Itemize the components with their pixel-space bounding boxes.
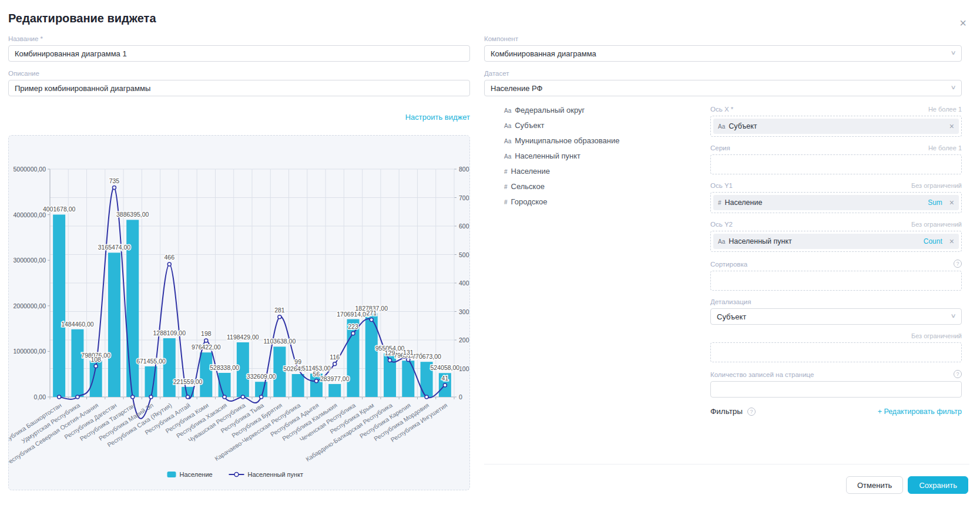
detail-label: Детализация xyxy=(710,298,751,305)
page-size-label: Количество записей на странице xyxy=(710,371,814,378)
svg-text:770673,00: 770673,00 xyxy=(412,353,441,360)
svg-text:4000000,00: 4000000,00 xyxy=(14,211,46,218)
field-type-icon: Aa xyxy=(718,123,725,130)
right-column: Компонент Комбинированная диаграмма ∨ Да… xyxy=(484,35,962,416)
svg-text:281: 281 xyxy=(274,307,285,314)
svg-text:0,00: 0,00 xyxy=(34,393,46,400)
aggregation-selector[interactable]: Sum xyxy=(928,198,942,207)
field-type-icon: # xyxy=(504,199,508,206)
detail-select[interactable]: Субъект ∨ xyxy=(710,308,962,325)
axis-y1-label: Ось Y1 xyxy=(710,182,733,189)
svg-text:1198429,00: 1198429,00 xyxy=(227,334,259,341)
configure-widget-link[interactable]: Настроить виджет xyxy=(405,113,470,122)
help-icon: ? xyxy=(954,260,962,268)
svg-text:300: 300 xyxy=(459,308,469,315)
svg-text:3886395,00: 3886395,00 xyxy=(116,211,149,218)
svg-text:528338,00: 528338,00 xyxy=(210,364,239,371)
svg-text:131: 131 xyxy=(403,349,414,356)
help-icon: ? xyxy=(954,370,962,378)
svg-text:600: 600 xyxy=(459,223,469,230)
svg-text:4001678,00: 4001678,00 xyxy=(43,206,76,213)
close-icon[interactable]: × xyxy=(955,15,971,31)
svg-text:129: 129 xyxy=(385,349,395,356)
chart-preview-panel: 0,001000000,002000000,003000000,00400000… xyxy=(8,135,470,490)
description-label: Описание xyxy=(8,70,470,77)
component-label: Компонент xyxy=(484,35,962,42)
svg-text:200: 200 xyxy=(459,336,469,344)
svg-text:99: 99 xyxy=(294,358,301,365)
footer-divider xyxy=(484,464,969,464)
dataset-label: Датасет xyxy=(484,70,962,77)
field-type-icon: Aa xyxy=(504,123,511,129)
svg-text:976422,00: 976422,00 xyxy=(192,344,221,351)
svg-text:0: 0 xyxy=(459,393,462,400)
edit-filter-link[interactable]: + Редактировать фильтр xyxy=(878,408,962,416)
sorting-label: Сортировка xyxy=(710,261,747,268)
sorting-dropzone[interactable] xyxy=(710,271,962,291)
widget-config-column: Ось X * Не более 1 Aa Субъект × Серия Не… xyxy=(710,106,962,416)
field-type-icon: Aa xyxy=(504,153,511,160)
svg-text:Населенный пункт: Населенный пункт xyxy=(248,471,304,478)
axis-y1-dropzone[interactable]: # Население Sum × xyxy=(710,192,962,213)
dataset-value: Население РФ xyxy=(491,84,542,93)
svg-text:2000000,00: 2000000,00 xyxy=(14,302,46,309)
dataset-field-item[interactable]: #Сельское xyxy=(504,182,669,191)
remove-icon[interactable]: × xyxy=(949,198,954,207)
dataset-field-item[interactable]: #Городское xyxy=(504,197,669,206)
save-button[interactable]: Сохранить xyxy=(908,476,968,494)
axis-y2-dropzone[interactable]: Aa Населенный пункт Count × xyxy=(710,231,962,252)
name-label: Название * xyxy=(8,35,470,42)
svg-text:500: 500 xyxy=(459,251,469,258)
name-input[interactable] xyxy=(8,45,470,62)
chevron-down-icon: ∨ xyxy=(950,49,956,56)
series-dropzone[interactable] xyxy=(710,154,962,174)
combo-chart: 0,001000000,002000000,003000000,00400000… xyxy=(9,136,469,490)
detail-extra-limit: Без ограничений xyxy=(911,332,962,339)
chevron-down-icon: ∨ xyxy=(950,84,956,90)
svg-text:108: 108 xyxy=(90,356,101,363)
axis-x-chip: Aa Субъект × xyxy=(713,119,959,134)
svg-text:3165474,00: 3165474,00 xyxy=(98,244,131,251)
dataset-field-item[interactable]: AaНаселенный пункт xyxy=(504,152,669,160)
axis-y2-label: Ось Y2 xyxy=(710,221,733,228)
svg-text:100: 100 xyxy=(459,365,469,372)
axis-y1-chip: # Население Sum × xyxy=(713,195,959,210)
svg-text:3000000,00: 3000000,00 xyxy=(14,257,46,264)
axis-x-dropzone[interactable]: Aa Субъект × xyxy=(710,116,962,137)
svg-text:5000000,00: 5000000,00 xyxy=(14,166,46,173)
dataset-select[interactable]: Население РФ ∨ xyxy=(484,80,962,96)
svg-text:56: 56 xyxy=(313,371,320,378)
svg-text:524058,00: 524058,00 xyxy=(431,364,460,371)
help-icon: ? xyxy=(747,408,756,416)
dataset-field-item[interactable]: AaСубъект xyxy=(504,121,669,130)
svg-text:735: 735 xyxy=(109,177,120,184)
axis-y2-chip: Aa Населенный пункт Count × xyxy=(713,234,959,249)
svg-text:332609,00: 332609,00 xyxy=(247,373,276,380)
svg-text:700: 700 xyxy=(459,194,469,201)
svg-text:41: 41 xyxy=(442,375,449,382)
series-limit: Не более 1 xyxy=(928,144,962,152)
left-column: Название * Описание Настроить виджет 0,0… xyxy=(8,35,470,490)
svg-text:1288109,00: 1288109,00 xyxy=(153,329,186,336)
detail-dropzone[interactable] xyxy=(710,342,962,362)
page-size-input[interactable] xyxy=(710,381,962,398)
axis-y2-limit: Без ограничений xyxy=(911,221,962,228)
field-type-icon: # xyxy=(504,169,508,175)
remove-icon[interactable]: × xyxy=(949,237,954,245)
remove-icon[interactable]: × xyxy=(949,122,954,130)
description-input[interactable] xyxy=(8,80,470,96)
dataset-field-item[interactable]: #Население xyxy=(504,167,669,176)
dataset-field-item[interactable]: AaФедеральный округ xyxy=(504,106,669,115)
svg-text:466: 466 xyxy=(165,254,175,261)
svg-text:283977,00: 283977,00 xyxy=(320,375,350,382)
cancel-button[interactable]: Отменить xyxy=(846,476,903,494)
aggregation-selector[interactable]: Count xyxy=(924,237,942,245)
dataset-field-item[interactable]: AaМуниципальное образование xyxy=(504,136,669,145)
field-type-icon: # xyxy=(504,184,508,190)
svg-text:271: 271 xyxy=(367,309,377,317)
svg-text:800: 800 xyxy=(459,166,469,173)
component-select[interactable]: Комбинированная диаграмма ∨ xyxy=(484,45,962,62)
svg-text:1484460,00: 1484460,00 xyxy=(61,321,94,328)
svg-text:198: 198 xyxy=(201,330,212,337)
field-type-icon: Aa xyxy=(504,138,511,144)
